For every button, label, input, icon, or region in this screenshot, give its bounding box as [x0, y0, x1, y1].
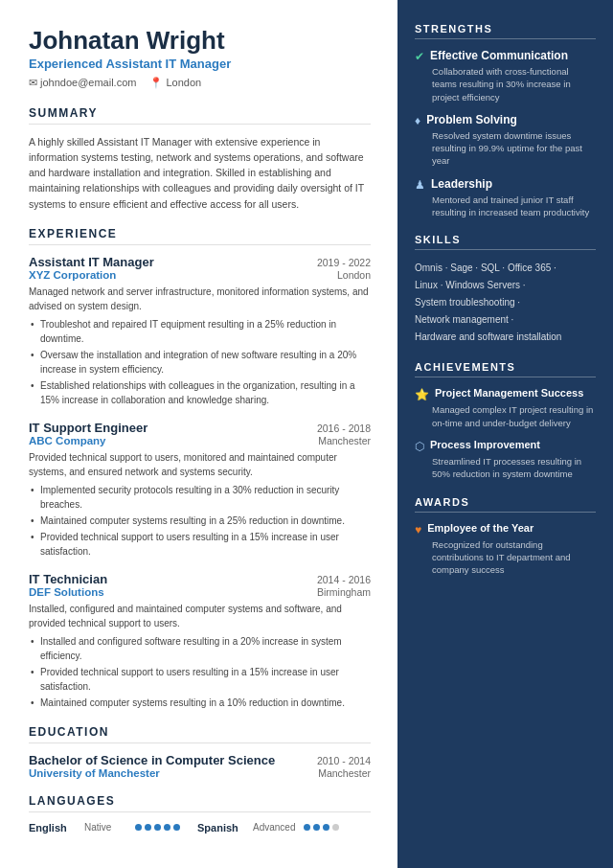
award-name-1: Employee of the Year: [427, 522, 534, 534]
strengths-title: STRENGTHS: [415, 23, 596, 39]
summary-text: A highly skilled Assistant IT Manager wi…: [29, 134, 371, 212]
award-desc-1: Recognized for outstanding contributions…: [415, 538, 596, 577]
skills-line-1: Omnis · Sage · SQL · Office 365 ·: [415, 260, 596, 277]
strength-name-1: Effective Communication: [430, 49, 568, 62]
strength-header-1: ✔ Effective Communication: [415, 49, 596, 63]
location-info: 📍 London: [149, 77, 201, 89]
exp-dates-3: 2014 - 2016: [317, 574, 371, 585]
strength-name-2: Problem Solving: [426, 113, 517, 126]
exp-bullets-1: Troubleshot and repaired IT equipment re…: [29, 317, 371, 407]
lang-dot: [173, 824, 180, 831]
strength-item-3: ♟ Leadership Mentored and trained junior…: [415, 177, 596, 219]
exp-dates-2: 2016 - 2018: [317, 423, 371, 434]
skills-list: Omnis · Sage · SQL · Office 365 · Linux …: [415, 260, 596, 346]
right-column: STRENGTHS ✔ Effective Communication Coll…: [397, 0, 613, 868]
education-section: EDUCATION Bachelor of Science in Compute…: [29, 725, 371, 779]
exp-header-2: IT Support Engineer 2016 - 2018: [29, 421, 371, 435]
lang-name-english: English: [29, 822, 77, 834]
exp-desc-2: Provided technical support to users, mon…: [29, 450, 371, 479]
exp-title-2: IT Support Engineer: [29, 421, 148, 435]
lang-name-spanish: Spanish: [197, 822, 245, 834]
edu-school-1: University of Manchester: [29, 767, 160, 779]
bullet-item: Installed and configured software result…: [29, 634, 371, 663]
strength-desc-3: Mentored and trained junior IT staff res…: [415, 194, 596, 219]
languages-section: LANGUAGES English Native Spanish Advanc: [29, 794, 371, 834]
header: Johnatan Wright Experienced Assistant IT…: [29, 27, 371, 89]
exp-company-3: DEF Solutions: [29, 586, 104, 598]
skills-line-3: System troubleshooting ·: [415, 294, 596, 311]
award-item-1: ♥ Employee of the Year Recognized for ou…: [415, 522, 596, 577]
heart-icon: ♥: [415, 523, 421, 537]
edu-degree-1: Bachelor of Science in Computer Science: [29, 753, 275, 767]
checkmark-icon: ✔: [415, 50, 424, 63]
skills-title: SKILLS: [415, 234, 596, 250]
bullet-item: Maintained computer systems resulting in…: [29, 696, 371, 710]
bullet-item: Provided technical support to users resu…: [29, 530, 371, 559]
strength-desc-2: Resolved system downtime issues resultin…: [415, 129, 596, 168]
strength-desc-1: Collaborated with cross-functional teams…: [415, 65, 596, 103]
summary-title: SUMMARY: [29, 106, 371, 125]
lang-dots-spanish: [304, 824, 339, 831]
award-header-1: ♥ Employee of the Year: [415, 522, 596, 537]
strength-item-2: ♦ Problem Solving Resolved system downti…: [415, 113, 596, 168]
achievement-item-2: ⬡ Process Improvement Streamlined IT pro…: [415, 439, 596, 481]
achievement-desc-1: Managed complex IT project resulting in …: [415, 403, 596, 429]
strength-name-3: Leadership: [431, 177, 492, 191]
lightbulb-icon: ♦: [415, 114, 420, 127]
skills-line-2: Linux · Windows Servers ·: [415, 277, 596, 294]
exp-dates-1: 2019 - 2022: [317, 257, 371, 268]
contact-info: ✉ johndoe@email.com 📍 London: [29, 77, 371, 89]
exp-header-1: Assistant IT Manager 2019 - 2022: [29, 255, 371, 269]
edu-header-1: Bachelor of Science in Computer Science …: [29, 753, 371, 767]
achievement-name-2: Process Improvement: [430, 439, 540, 451]
language-item-english: English Native: [29, 822, 180, 834]
achievement-item-1: ⭐ Project Management Success Managed com…: [415, 387, 596, 429]
bullet-item: Troubleshot and repaired IT equipment re…: [29, 317, 371, 346]
lang-level-spanish: Advanced: [253, 822, 296, 833]
achievements-title: ACHIEVEMENTS: [415, 361, 596, 377]
awards-section: AWARDS ♥ Employee of the Year Recognized…: [415, 496, 596, 577]
email-icon: ✉: [29, 77, 37, 89]
lang-dot: [145, 824, 151, 831]
exp-bullets-2: Implemented security protocols resulting…: [29, 483, 371, 559]
bullet-item: Established relationships with colleague…: [29, 378, 371, 407]
achievement-header-2: ⬡ Process Improvement: [415, 439, 596, 453]
exp-loc-row-2: ABC Company Manchester: [29, 435, 371, 446]
strength-header-3: ♟ Leadership: [415, 177, 596, 192]
left-column: Johnatan Wright Experienced Assistant IT…: [0, 0, 397, 868]
bullet-item: Provided technical support to users resu…: [29, 665, 371, 694]
exp-location-3: Birmingham: [317, 586, 371, 598]
exp-bullets-3: Installed and configured software result…: [29, 634, 371, 710]
experience-item-2: IT Support Engineer 2016 - 2018 ABC Comp…: [29, 421, 371, 559]
exp-header-3: IT Technician 2014 - 2016: [29, 572, 371, 586]
exp-location-1: London: [337, 269, 371, 281]
languages-row: English Native Spanish Advanced: [29, 822, 371, 834]
achievement-header-1: ⭐ Project Management Success: [415, 387, 596, 401]
achievement-name-1: Project Management Success: [435, 387, 583, 400]
location-icon: 📍: [149, 77, 163, 89]
bullet-item: Maintained computer systems resulting in…: [29, 514, 371, 528]
process-icon: ⬡: [415, 440, 424, 453]
exp-loc-row-1: XYZ Corporation London: [29, 269, 371, 281]
exp-desc-1: Managed network and server infrastructur…: [29, 285, 371, 313]
edu-location-1: Manchester: [318, 767, 371, 779]
skills-line-5: Hardware and software installation: [415, 329, 596, 346]
languages-title: LANGUAGES: [29, 794, 371, 812]
exp-desc-3: Installed, configured and maintained com…: [29, 602, 371, 630]
lang-dot: [323, 824, 329, 831]
exp-title-3: IT Technician: [29, 572, 107, 586]
people-icon: ♟: [415, 178, 425, 192]
star-icon: ⭐: [415, 388, 429, 401]
language-item-spanish: Spanish Advanced: [197, 822, 339, 834]
education-title: EDUCATION: [29, 725, 371, 743]
education-item-1: Bachelor of Science in Computer Science …: [29, 753, 371, 779]
summary-section: SUMMARY A highly skilled Assistant IT Ma…: [29, 106, 371, 212]
lang-dot: [154, 824, 161, 831]
lang-dot: [313, 824, 320, 831]
exp-location-2: Manchester: [318, 435, 371, 446]
edu-loc-row-1: University of Manchester Manchester: [29, 767, 371, 779]
bullet-item: Implemented security protocols resulting…: [29, 483, 371, 512]
lang-dot: [304, 824, 310, 831]
strength-header-2: ♦ Problem Solving: [415, 113, 596, 127]
achievements-section: ACHIEVEMENTS ⭐ Project Management Succes…: [415, 361, 596, 480]
